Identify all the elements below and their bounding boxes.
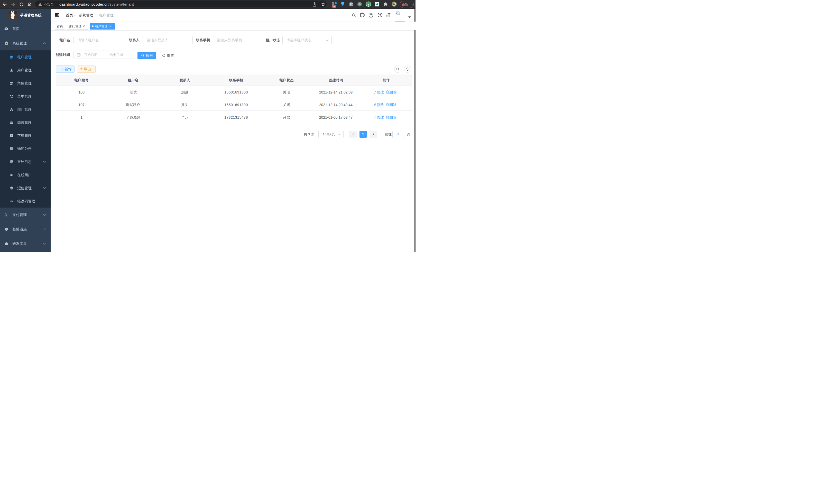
svg-text:y: y [368, 2, 370, 6]
